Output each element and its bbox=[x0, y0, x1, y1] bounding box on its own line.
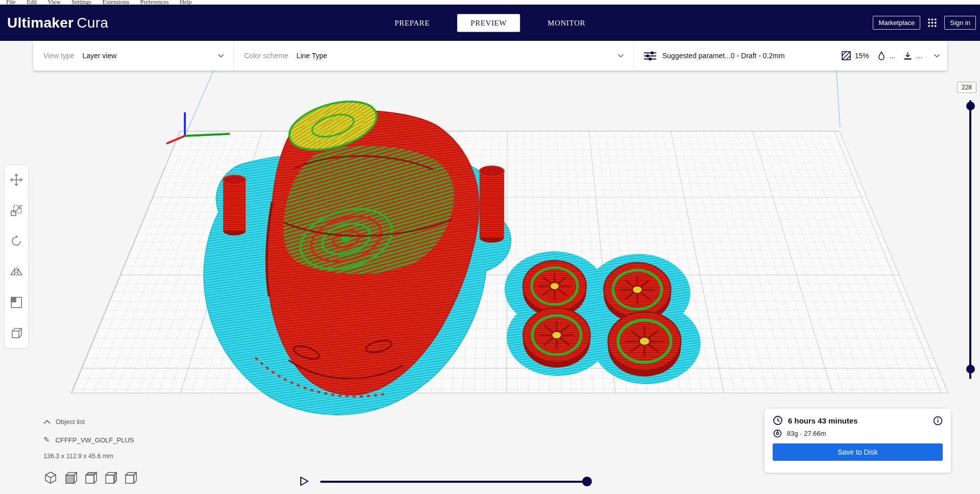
tab-prepare[interactable]: PREPARE bbox=[381, 14, 443, 32]
color-scheme-value: Line Type bbox=[296, 52, 327, 60]
mirror-tool-button[interactable] bbox=[9, 264, 24, 279]
view-type-label: View type bbox=[43, 52, 74, 60]
chevron-down-icon bbox=[218, 54, 224, 58]
menu-bar: File Edit View Settings Extensions Prefe… bbox=[0, 0, 980, 5]
print-settings-panel[interactable]: Suggested paramet...0 - Draft - 0.2mm 15… bbox=[633, 41, 947, 70]
apps-grid-icon[interactable] bbox=[927, 18, 937, 28]
menu-help[interactable]: Help bbox=[180, 0, 192, 5]
color-scheme-label: Color scheme bbox=[244, 52, 288, 60]
chevron-down-icon bbox=[617, 54, 624, 58]
play-button[interactable] bbox=[299, 476, 309, 487]
sliders-icon bbox=[644, 51, 656, 61]
material-value: ... bbox=[890, 52, 896, 60]
chevron-up-icon bbox=[43, 420, 51, 424]
stage-tabs: PREPARE PREVIEW MONITOR bbox=[374, 14, 606, 32]
material-drop-icon bbox=[877, 51, 886, 60]
view-front-button[interactable] bbox=[63, 470, 78, 485]
clock-icon bbox=[773, 415, 783, 426]
axis-indicator bbox=[166, 112, 230, 144]
object-dimensions: 136.3 x 112.9 x 45.6 mm bbox=[43, 453, 113, 460]
move-tool-button[interactable] bbox=[9, 172, 24, 187]
cura-app: File Edit View Settings Extensions Prefe… bbox=[0, 0, 980, 494]
layer-slider-track[interactable] bbox=[969, 100, 971, 379]
tab-monitor[interactable]: MONITOR bbox=[534, 14, 599, 32]
rename-pencil-icon[interactable]: ✎ bbox=[43, 435, 50, 444]
logo-cura: Cura bbox=[77, 15, 108, 31]
info-icon[interactable] bbox=[933, 416, 943, 426]
wheel-model-3[interactable] bbox=[523, 308, 590, 368]
menu-view[interactable]: View bbox=[48, 0, 61, 5]
print-time: 6 hours 43 minutes bbox=[788, 416, 858, 425]
adhesion-value: ... bbox=[916, 52, 922, 60]
material-usage: 83g · 27.66m bbox=[787, 430, 826, 437]
object-list-title: Object list bbox=[56, 418, 85, 426]
object-list-item[interactable]: ✎ CFFFP_VW_GOLF_PLUS bbox=[43, 435, 134, 444]
layer-slider-handle-bottom[interactable] bbox=[966, 365, 975, 373]
view-type-value: Layer view bbox=[82, 52, 116, 60]
save-to-disk-button[interactable]: Save to Disk bbox=[773, 443, 943, 461]
layer-count-label: 228 bbox=[957, 82, 976, 93]
tab-preview[interactable]: PREVIEW bbox=[457, 14, 520, 32]
infill-icon bbox=[842, 51, 851, 60]
view-top-button[interactable] bbox=[83, 470, 98, 485]
menu-extensions[interactable]: Extensions bbox=[102, 0, 129, 5]
adhesion-icon bbox=[903, 52, 912, 60]
view-left-button[interactable] bbox=[103, 470, 117, 485]
app-logo: UltimakerCura bbox=[7, 15, 108, 31]
scale-tool-button[interactable] bbox=[9, 203, 24, 218]
view-right-button[interactable] bbox=[123, 470, 137, 485]
header-right: Marketplace Sign in bbox=[873, 5, 976, 41]
color-scheme-dropdown[interactable]: Color scheme Line Type bbox=[233, 41, 633, 70]
object-list-toggle[interactable]: Object list bbox=[43, 418, 85, 426]
object-name: CFFFP_VW_GOLF_PLUS bbox=[56, 436, 134, 444]
profile-summary: Suggested paramet...0 - Draft - 0.2mm bbox=[662, 52, 785, 60]
view-3d-button[interactable] bbox=[43, 470, 58, 485]
support-blocker-button[interactable] bbox=[9, 325, 24, 341]
fender-left[interactable] bbox=[223, 175, 246, 236]
app-header: UltimakerCura PREPARE PREVIEW MONITOR Ma… bbox=[0, 5, 980, 41]
menu-preferences[interactable]: Preferences bbox=[140, 0, 169, 5]
path-slider-track[interactable] bbox=[320, 481, 591, 483]
marketplace-button[interactable]: Marketplace bbox=[873, 16, 920, 30]
signin-button[interactable]: Sign in bbox=[944, 16, 976, 30]
rotate-tool-button[interactable] bbox=[9, 233, 24, 249]
logo-ultimaker: Ultimaker bbox=[7, 15, 74, 31]
menu-edit[interactable]: Edit bbox=[27, 0, 37, 5]
layer-slider-handle-top[interactable] bbox=[966, 102, 975, 110]
wheel-model-4[interactable] bbox=[608, 312, 681, 377]
stage-toolbar: View type Layer view Color scheme Line T… bbox=[33, 41, 947, 70]
material-spool-icon bbox=[773, 429, 782, 438]
tool-panel bbox=[4, 164, 29, 348]
infill-value: 15% bbox=[855, 52, 869, 60]
per-model-settings-button[interactable] bbox=[9, 295, 24, 310]
fender-right[interactable] bbox=[480, 166, 504, 243]
menu-settings[interactable]: Settings bbox=[71, 0, 91, 5]
view-presets bbox=[43, 470, 137, 485]
view-type-dropdown[interactable]: View type Layer view bbox=[33, 41, 233, 70]
menu-file[interactable]: File bbox=[6, 0, 16, 5]
chevron-down-icon[interactable] bbox=[934, 54, 940, 58]
path-slider-handle[interactable] bbox=[582, 477, 592, 486]
print-summary-card: 6 hours 43 minutes 83g · 27.66m Save to … bbox=[764, 409, 951, 473]
